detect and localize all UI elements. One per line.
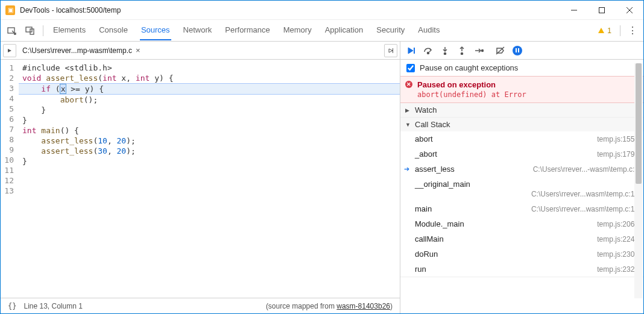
call-stack-frame[interactable]: runtemp.js:2323	[400, 262, 643, 277]
tab-memory[interactable]: Memory	[282, 20, 313, 40]
code-line[interactable]: }	[19, 105, 400, 115]
tab-security[interactable]: Security	[375, 20, 406, 40]
frame-location[interactable]: temp.js:1795	[597, 150, 639, 159]
show-navigator-icon[interactable]	[3, 44, 16, 57]
source-map-link[interactable]: wasm-81403b26	[336, 302, 390, 310]
frame-location[interactable]: C:\Users\rrever...wasm\temp.c:10	[531, 190, 639, 198]
frame-name: main	[415, 204, 531, 213]
close-button[interactable]	[616, 1, 643, 20]
file-path[interactable]: C:\Users\rrever...mp-wasm\temp.c	[22, 46, 132, 55]
tab-audits[interactable]: Audits	[417, 20, 441, 40]
inspect-element-icon[interactable]	[4, 23, 20, 39]
frame-location[interactable]: C:\Users\rrever...wasm\temp.c:11	[531, 205, 639, 213]
pause-on-exceptions-button[interactable]	[511, 45, 523, 57]
tab-application[interactable]: Application	[324, 20, 365, 40]
tab-console[interactable]: Console	[98, 20, 129, 40]
warning-badge[interactable]: 1	[598, 27, 611, 35]
frame-name: _abort	[415, 149, 597, 159]
frame-name: Module._main	[415, 219, 597, 228]
call-stack-section: ▼Call Stack aborttemp.js:1558_aborttemp.…	[400, 118, 643, 277]
frame-location[interactable]: temp.js:2323	[597, 265, 639, 274]
frame-name: run	[415, 265, 597, 274]
titlebar[interactable]: ▣ DevTools - localhost:5000/temp	[1, 1, 643, 20]
warning-count: 1	[607, 27, 611, 35]
svg-rect-5	[26, 27, 32, 32]
separator	[620, 25, 620, 36]
exception-detail: abort(undefined) at Error	[417, 90, 637, 99]
deactivate-breakpoints-button[interactable]	[494, 45, 507, 57]
frame-name: abort	[415, 134, 597, 143]
code-editor[interactable]: 12345678910111213 #include <stdlib.h>voi…	[1, 60, 400, 298]
svg-point-13	[461, 52, 463, 54]
step-out-button[interactable]	[456, 45, 468, 57]
cursor-position: Line 13, Column 1	[24, 302, 82, 310]
svg-rect-1	[599, 7, 605, 13]
separator	[43, 25, 43, 36]
scrollbar-thumb[interactable]	[636, 63, 642, 184]
call-stack-frame[interactable]: __original_mainC:\Users\rrever...wasm\te…	[400, 177, 643, 201]
call-stack-frame[interactable]: _aborttemp.js:1795	[400, 146, 643, 162]
step-over-button[interactable]	[422, 45, 434, 57]
braces-icon[interactable]: {}	[8, 302, 16, 310]
frame-name: doRun	[415, 250, 597, 259]
pause-on-caught-checkbox[interactable]	[406, 64, 415, 72]
frame-location[interactable]: temp.js:1558	[597, 135, 639, 143]
error-icon: ✕	[405, 81, 412, 88]
debugger-pane: Pause on caught exceptions ✕ Paused on e…	[400, 42, 643, 313]
call-stack-frame[interactable]: Module._maintemp.js:2062	[400, 216, 643, 231]
call-stack-header[interactable]: ▼Call Stack	[400, 118, 643, 131]
tab-sources[interactable]: Sources	[140, 20, 171, 40]
minimize-button[interactable]	[560, 1, 588, 20]
devtools-icon: ▣	[5, 5, 15, 15]
code-line[interactable]: if (x >= y) {	[19, 83, 400, 95]
device-mode-icon[interactable]	[22, 23, 38, 39]
call-stack-frame[interactable]: aborttemp.js:1558	[400, 131, 643, 146]
panel-tabs: Elements Console Sources Network Perform…	[52, 20, 598, 40]
code-line[interactable]: void assert_less(int x, int y) {	[19, 73, 400, 83]
current-frame-icon: ➔	[404, 165, 409, 173]
tab-performance[interactable]: Performance	[224, 20, 271, 40]
line-numbers: 12345678910111213	[1, 60, 19, 298]
code-line[interactable]: }	[19, 156, 400, 166]
maximize-button[interactable]	[588, 1, 616, 20]
run-to-breakpoint-icon[interactable]	[384, 44, 397, 57]
call-stack-frame[interactable]: ➔assert_lessC:\Users\rrever...-wasm\temp…	[400, 162, 643, 177]
svg-point-15	[482, 49, 484, 51]
panel-tabs-row: Elements Console Sources Network Perform…	[1, 20, 643, 42]
code-line[interactable]: int main() {	[19, 125, 400, 136]
resume-button[interactable]	[405, 45, 417, 57]
tab-network[interactable]: Network	[182, 20, 213, 40]
exception-status: ✕ Paused on exception abort(undefined) a…	[400, 76, 643, 103]
tab-elements[interactable]: Elements	[52, 20, 87, 40]
call-stack-frame[interactable]: callMaintemp.js:2249	[400, 231, 643, 246]
source-mapped-info: (source mapped from wasm-81403b26)	[266, 302, 393, 310]
code-line[interactable]: assert_less(10, 20);	[19, 136, 400, 146]
code-line[interactable]: }	[19, 115, 400, 125]
step-into-button[interactable]	[439, 45, 451, 57]
frame-name: callMain	[415, 234, 597, 243]
call-stack-frame[interactable]: mainC:\Users\rrever...wasm\temp.c:11	[400, 201, 643, 216]
frame-location[interactable]: temp.js:2308	[597, 250, 639, 259]
frame-name: assert_less	[415, 165, 533, 174]
code-content: #include <stdlib.h>void assert_less(int …	[19, 60, 400, 298]
code-line[interactable]: #include <stdlib.h>	[19, 63, 400, 73]
code-line[interactable]: abort();	[19, 95, 400, 105]
svg-point-9	[428, 52, 429, 54]
frame-location[interactable]: C:\Users\rrever...-wasm\temp.c:4	[533, 165, 639, 174]
vertical-scrollbar[interactable]	[634, 63, 643, 298]
debugger-content[interactable]: Pause on caught exceptions ✕ Paused on e…	[400, 60, 643, 313]
frame-location[interactable]: temp.js:2249	[597, 235, 639, 243]
frame-location[interactable]: temp.js:2062	[597, 220, 639, 228]
file-tab-row: C:\Users\rrever...mp-wasm\temp.c ×	[1, 42, 400, 60]
editor-pane: C:\Users\rrever...mp-wasm\temp.c × 12345…	[1, 42, 400, 313]
editor-statusbar: {} Line 13, Column 1 (source mapped from…	[1, 298, 400, 313]
close-file-icon[interactable]: ×	[136, 46, 140, 55]
code-line[interactable]: assert_less(30, 20);	[19, 146, 400, 156]
watch-section[interactable]: ▶Watch	[400, 103, 643, 118]
more-menu-icon[interactable]: ⋮	[624, 25, 641, 36]
step-button[interactable]	[473, 45, 485, 57]
frame-name: __original_main	[415, 180, 470, 189]
pause-on-caught-row[interactable]: Pause on caught exceptions	[400, 60, 643, 76]
chevron-down-icon: ▼	[405, 122, 411, 128]
call-stack-frame[interactable]: doRuntemp.js:2308	[400, 246, 643, 262]
